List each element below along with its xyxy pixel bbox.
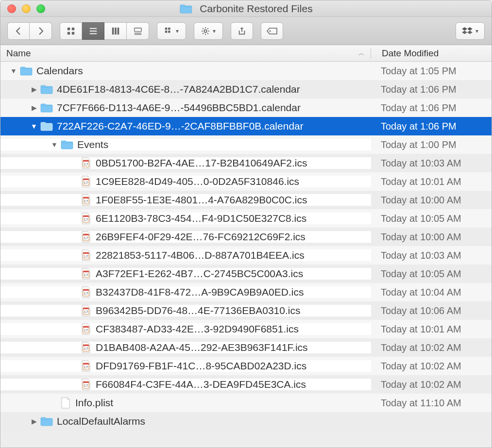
list-row[interactable]: ▼CalendarsToday at 1:05 PM [0, 62, 492, 80]
file-name: D1BAB408-A2AA-45…292-AE3B963F141F.ics [96, 342, 308, 353]
action-button[interactable]: ▾ [194, 22, 223, 40]
file-name: A3F72EF1-E262-4B7…C-2745BC5C00A3.ics [96, 268, 303, 280]
list-row[interactable]: D1BAB408-A2AA-45…292-AE3B963F141F.icsTod… [0, 338, 492, 357]
window-title: Carbonite Restored Files [179, 3, 312, 15]
list-row[interactable]: ▼EventsToday at 1:00 PM [0, 135, 492, 154]
arrange-button[interactable]: ▾ [157, 22, 186, 40]
name-cell: ▼Calendars [0, 65, 371, 77]
date-modified: Today at 1:00 PM [371, 139, 492, 150]
tags-group [261, 22, 283, 40]
file-name: 4DE61F18-4813-4C6E-8…-7A824A2BD1C7.calen… [57, 83, 300, 95]
list-row[interactable]: Info.plistToday at 11:10 AM [0, 394, 492, 412]
calendar-file-icon [81, 194, 91, 206]
name-cell: ▶7CF7F666-D113-4A6E-9…-54496BBC5BD1.cale… [0, 102, 371, 114]
disclosure-down-icon[interactable]: ▼ [31, 122, 37, 130]
folder-icon [179, 4, 192, 14]
list-row[interactable]: 1F0E8F55-1E3E-4801…4-A76A829B0C0C.icsTod… [0, 191, 492, 209]
list-row[interactable]: ▶7CF7F666-D113-4A6E-9…-54496BBC5BD1.cale… [0, 99, 492, 117]
window-controls [0, 4, 45, 13]
file-name: 0BD51700-B2FA-4AE…17-B2B410649AF2.ics [96, 157, 307, 169]
name-cell: 1C9EE828-4D49-405…0-0D2A5F310846.ics [0, 176, 371, 187]
date-modified: Today at 10:02 AM [371, 342, 492, 353]
file-name: 1F0E8F55-1E3E-4801…4-A76A829B0C0C.ics [96, 194, 307, 206]
column-view-button[interactable] [104, 22, 127, 40]
column-date-label: Date Modified [382, 48, 439, 58]
date-modified: Today at 10:02 AM [371, 379, 492, 390]
list-row[interactable]: CF383487-AD33-42E…3-92D9490F6851.icsToda… [0, 320, 492, 338]
name-cell: A3F72EF1-E262-4B7…C-2745BC5C00A3.ics [0, 268, 371, 280]
list-row[interactable]: 26B9FEF4-0F29-42E…76-FC69212C69F2.icsTod… [0, 228, 492, 246]
date-modified: Today at 1:06 PM [371, 84, 492, 95]
file-name: Events [77, 139, 108, 150]
disclosure-right-icon[interactable]: ▶ [31, 104, 37, 112]
date-modified: Today at 10:05 AM [371, 268, 492, 280]
sort-ascending-icon: ︿ [358, 49, 365, 58]
disclosure-right-icon[interactable]: ▶ [31, 85, 37, 93]
calendar-file-icon [81, 213, 91, 224]
name-cell: 0BD51700-B2FA-4AE…17-B2B410649AF2.ics [0, 157, 371, 169]
disclosure-right-icon[interactable]: ▶ [31, 417, 37, 425]
list-view-button[interactable] [82, 22, 104, 40]
minimize-window-button[interactable] [22, 4, 31, 13]
list-row[interactable]: DFD91769-FB1F-41C…8-95CABD02A23D.icsToda… [0, 357, 492, 375]
disclosure-down-icon[interactable]: ▼ [10, 67, 17, 75]
dropbox-button[interactable]: ▾ [456, 22, 485, 40]
date-modified: Today at 10:02 AM [371, 361, 492, 372]
nav-buttons [7, 22, 52, 40]
list-row[interactable]: 6E1120B3-78C3-454…F4-9D1C50E327C8.icsTod… [0, 209, 492, 228]
list-row[interactable]: A3F72EF1-E262-4B7…C-2745BC5C00A3.icsToda… [0, 265, 492, 283]
gallery-view-button[interactable] [127, 22, 149, 40]
name-cell: B96342B5-DD76-48…4E-77136EBA0310.ics [0, 305, 371, 316]
forward-button[interactable] [30, 22, 52, 40]
date-modified: Today at 10:00 AM [371, 195, 492, 206]
close-window-button[interactable] [7, 4, 16, 13]
file-list[interactable]: ▼CalendarsToday at 1:05 PM▶4DE61F18-4813… [0, 62, 492, 448]
tags-button[interactable] [261, 22, 283, 40]
list-row[interactable]: ▶LocalDefaultAlarms [0, 412, 492, 431]
view-mode-buttons [60, 22, 149, 40]
back-button[interactable] [7, 22, 30, 40]
file-name: CF383487-AD33-42E…3-92D9490F6851.ics [96, 323, 299, 335]
file-name: Calendars [36, 65, 83, 77]
arrange-group: ▾ [157, 22, 186, 40]
name-cell: DFD91769-FB1F-41C…8-95CABD02A23D.ics [0, 360, 371, 372]
list-row[interactable]: B32437D8-41F8-472…A-9B9CA9B9A0ED.icsToda… [0, 283, 492, 301]
folder-icon [40, 416, 53, 426]
list-row[interactable]: 22821853-5117-4B06…D-887A701B4EEA.icsTod… [0, 246, 492, 265]
calendar-file-icon [81, 157, 91, 169]
folder-icon [61, 140, 73, 149]
list-row[interactable]: 0BD51700-B2FA-4AE…17-B2B410649AF2.icsTod… [0, 154, 492, 172]
folder-icon [20, 66, 33, 76]
file-name: B32437D8-41F8-472…A-9B9CA9B9A0ED.ics [96, 286, 304, 298]
date-modified: Today at 1:05 PM [371, 66, 492, 77]
list-row[interactable]: B96342B5-DD76-48…4E-77136EBA0310.icsToda… [0, 301, 492, 320]
share-button[interactable] [231, 22, 253, 40]
list-row[interactable]: ▶4DE61F18-4813-4C6E-8…-7A824A2BD1C7.cale… [0, 80, 492, 99]
name-cell: 1F0E8F55-1E3E-4801…4-A76A829B0C0C.ics [0, 194, 371, 206]
list-row[interactable]: 1C9EE828-4D49-405…0-0D2A5F310846.icsToda… [0, 172, 492, 191]
file-name: 1C9EE828-4D49-405…0-0D2A5F310846.ics [96, 176, 299, 187]
calendar-file-icon [81, 323, 91, 335]
date-modified: Today at 1:06 PM [371, 121, 492, 132]
window-title-text: Carbonite Restored Files [200, 3, 312, 15]
disclosure-down-icon[interactable]: ▼ [51, 141, 58, 149]
date-modified: Today at 10:06 AM [371, 305, 492, 316]
column-date[interactable]: Date Modified [371, 48, 492, 59]
file-name: 22821853-5117-4B06…D-887A701B4EEA.ics [96, 249, 305, 261]
file-name: LocalDefaultAlarms [57, 415, 145, 427]
name-cell: ▼722AF226-C2A7-46ED-9…-2CAF8BFBBF0B.cale… [0, 120, 371, 132]
date-modified: Today at 1:06 PM [371, 102, 492, 114]
name-cell: 26B9FEF4-0F29-42E…76-FC69212C69F2.ics [0, 231, 371, 243]
file-name: B96342B5-DD76-48…4E-77136EBA0310.ics [96, 305, 300, 316]
list-row[interactable]: F66084F4-C3FE-44A…3-DEA9FD45E3CA.icsToda… [0, 375, 492, 394]
icon-view-button[interactable] [60, 22, 82, 40]
file-name: 722AF226-C2A7-46ED-9…-2CAF8BFBBF0B.calen… [57, 120, 304, 132]
list-row[interactable]: ▼722AF226-C2A7-46ED-9…-2CAF8BFBBF0B.cale… [0, 117, 492, 135]
zoom-window-button[interactable] [36, 4, 45, 13]
column-name[interactable]: Name ︿ [0, 48, 371, 59]
name-cell: CF383487-AD33-42E…3-92D9490F6851.ics [0, 323, 371, 335]
date-modified: Today at 10:01 AM [371, 324, 492, 335]
date-modified: Today at 10:05 AM [371, 213, 492, 224]
date-modified: Today at 10:03 AM [371, 250, 492, 261]
calendar-file-icon [81, 379, 91, 390]
